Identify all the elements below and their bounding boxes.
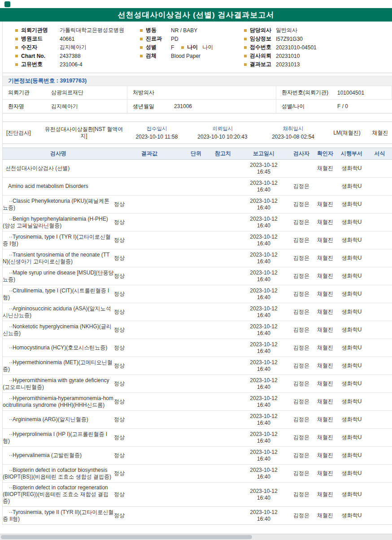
info-label: 결과보고 [250,61,276,68]
table-row[interactable]: ··Maple syrup urine disease [MSUD](단풍당뇨증… [3,267,392,285]
tester-name: 김정은 [289,267,314,285]
table-row[interactable]: ··Tyrosinemia, type II (TYR II)(고타이로신혈증 … [3,507,392,525]
divider [3,73,392,73]
reference-range [207,285,239,303]
info-value: 가톨릭대학교은평성모병원 [60,26,124,34]
reference-range [207,393,239,411]
field-label: 의뢰기관 [3,86,48,100]
unit-value [185,285,207,303]
info-column-institution: 의뢰기관명 가톨릭대학교은평성모병원 병원코드 40661 수진자 김지혜아기 … [15,26,140,69]
confirmer-name: 채혈진 [314,507,336,525]
request-value: 2023-10-10 10:20:43 [197,134,247,140]
column-header: 확인자 [314,148,336,160]
column-header: 시행부서 [336,148,367,160]
info-value: NR / BABY [171,27,197,34]
info-label: 검사의뢰 [250,52,276,60]
table-row[interactable]: ··Hyperornithinemia-hyperammonemia-homoc… [3,393,392,411]
table-row[interactable]: ··Argininemia (ARG)(알지닌혈증) 정상 2023-10-12… [3,411,392,429]
info-row: 수진자 김지혜아기 [15,43,140,52]
basic-info-title: 기본정보(등록번호 : 39197763) [8,77,87,85]
unit-value [185,321,207,339]
report-datetime: 2023-10-1216:40 [239,375,289,393]
confirmer-name: 채혈진 [314,339,336,357]
collect-label: 채취일시 [283,126,304,132]
table-row[interactable]: ··Classic Phenylketonuria (PKU)(페닐케톤뇨증) … [3,196,392,213]
unit-value [185,507,207,525]
field-value: 231006 [170,100,276,113]
info-label: 임상정보 [250,35,276,43]
report-datetime: 2023-10-1216:40 [239,411,289,429]
info-row: 의뢰기관명 가톨릭대학교은평성모병원 [15,26,140,35]
table-row[interactable]: ··Hyperprolinemia I (HP I)(고프롤린혈증 I형) 정상… [3,429,392,447]
info-column-visit: 병동 NR / BABY 진료과 PD 성별 F 나이나이 검체 Blood P… [140,26,244,69]
report-datetime: 2023-10-1216:40 [239,249,289,267]
confirmer-name: 채혈진 [314,249,336,267]
table-row[interactable]: ··Benign hyperphenylalaninemia (H-PHE)(양… [3,213,392,231]
bullet-icon [15,29,18,32]
collector-name: LM(채혈진) [326,122,368,144]
test-name: ··Hypermethioninemia (MET)(고메티오닌혈증) [3,357,114,375]
table-row[interactable]: ··Homocystinuria (HCY)(호모시스틴뇨증) 정상 2023-… [3,339,392,357]
unit-value [185,213,207,231]
bullet-icon [244,63,247,66]
reference-range [207,196,239,213]
field-value: F / 0 [334,100,392,113]
reference-range [207,411,239,429]
confirmer-name: 채혈진 [314,447,336,465]
table-row[interactable]: ··Nonketotic hyperglycinemia (NKHG)(글리신뇨… [3,321,392,339]
tester-name: 김정은 [289,465,314,483]
table-row[interactable]: 선천성대사이상검사 (선별) 2023-10-1216:45 채혈진 생화학U [3,160,392,178]
info-label: 고유번호 [21,61,60,68]
info-value: 40661 [60,36,74,42]
test-name: ··Transient tyrosinemia of the neonate (… [3,249,114,267]
bullet-icon [15,46,18,49]
unit-value [185,160,207,178]
reference-range [207,483,239,507]
info-value: 231006-4 [60,61,83,68]
scrollbar-thumb[interactable] [1,535,252,539]
report-datetime: 2023-10-1216:40 [239,357,289,375]
test-name: ··Hyperprolinemia I (HP I)(고프롤린혈증 I형) [3,429,114,447]
result-value [114,160,185,178]
department-name: 생화학U [336,285,367,303]
unit-value [185,411,207,429]
tester-name: 김정은 [289,285,314,303]
reference-range [207,465,239,483]
form-value [367,507,392,525]
info-value: 2437388 [60,53,81,59]
result-value: 정상 [114,375,185,393]
result-value [114,178,185,196]
table-row[interactable]: ··Biopterin defect in cofactor biosynthe… [3,465,392,483]
form-value [367,267,392,285]
table-row[interactable]: ··Tyrosinemia, type I (TYR I)(고타이로신혈증 I형… [3,231,392,249]
result-value: 정상 [114,465,185,483]
info-label: 접수번호 [250,44,276,51]
table-row[interactable]: ··Argininosuccinic aciduria (ASA)(알지노석시닌… [3,303,392,321]
horizontal-scrollbar[interactable] [0,534,392,540]
bullet-icon [244,38,247,40]
table-row[interactable]: ··Hyperornithinemia with gyrate deficien… [3,375,392,393]
report-datetime: 2023-10-1216:40 [239,303,289,321]
tester-name: 김정은 [289,483,314,507]
table-row[interactable]: ··Hypervalinemia (고발린혈증) 정상 2023-10-1216… [3,447,392,465]
table-row[interactable]: ··Transient tyrosinemia of the neonate (… [3,249,392,267]
form-value [367,429,392,447]
order-row[interactable]: [진단검사] 유전성대사이상질환[NST 혈액여지] 접수일시 2023-10-… [3,122,392,144]
tester-name: 김정은 [289,393,314,411]
column-header: 결과값 [114,148,185,160]
table-row[interactable]: Amino acid metabolism Disorders 2023-10-… [3,178,392,196]
table-row[interactable]: ··Citrullinemia, type I (CIT)(시트룰린혈증 I형)… [3,285,392,303]
reference-range [207,249,239,267]
report-datetime: 2023-10-1216:40 [239,429,289,447]
table-row[interactable]: ··Biopterin defect in cofactor regenerat… [3,483,392,507]
tester-name: 김정은 [289,411,314,429]
form-value [367,231,392,249]
department-name: 생화학U [336,267,367,285]
department-name: 생화학U [336,393,367,411]
info-label: 의뢰기관명 [21,26,60,34]
department-name: 생화학U [336,178,367,196]
table-row[interactable]: ··Hypermethioninemia (MET)(고메티오닌혈증) 정상 2… [3,357,392,375]
bullet-icon [181,46,184,49]
unit-value [185,357,207,375]
confirmer-name: 채혈진 [314,213,336,231]
